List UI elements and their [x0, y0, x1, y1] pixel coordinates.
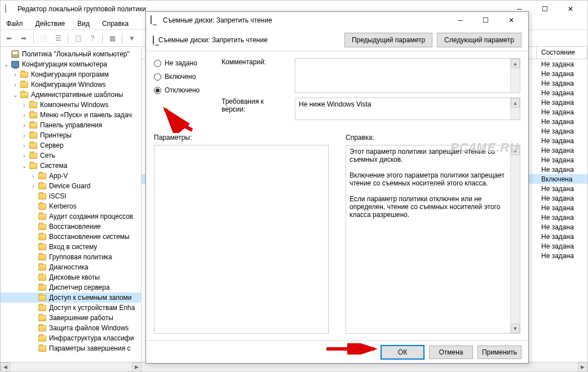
tree-item[interactable]: ›Device Guard: [1, 181, 141, 191]
tree-item[interactable]: Дисковые квоты: [1, 272, 141, 282]
toolbar-up-icon[interactable]: 📄: [37, 32, 50, 45]
main-close-button[interactable]: ✕: [558, 1, 583, 17]
tree-toggle-icon[interactable]: ⌄: [3, 61, 10, 68]
tree-item[interactable]: ›Конфигурация программ: [1, 69, 141, 79]
folder-icon: [29, 141, 38, 149]
tree-item[interactable]: Диспетчер сервера: [1, 282, 141, 293]
dialog-minimize-button[interactable]: ─: [448, 12, 473, 28]
tree-item[interactable]: Защита файлов Windows: [1, 323, 141, 333]
tree-label: Kerberos: [49, 202, 77, 210]
folder-icon: [38, 223, 47, 231]
tree-label: Система: [40, 162, 67, 170]
tree-label: Доступ к съемным запоми: [49, 294, 132, 302]
radio-enabled[interactable]: Включено: [154, 73, 216, 81]
ok-button[interactable]: ОК: [381, 345, 425, 360]
menu-view[interactable]: Вид: [75, 19, 92, 29]
tree-item[interactable]: Доступ к устройствам Enha: [1, 303, 141, 313]
tree-item[interactable]: Вход в систему: [1, 242, 141, 252]
toolbar-export-icon[interactable]: 📋: [72, 32, 84, 45]
folder-icon: [38, 212, 47, 220]
dialog-maximize-button[interactable]: ☐: [473, 12, 498, 28]
tree-toggle-icon[interactable]: ›: [21, 122, 28, 129]
toolbar-filter-icon[interactable]: ▼: [126, 32, 138, 45]
tree-label: Принтеры: [40, 131, 72, 139]
prev-setting-button[interactable]: Предыдущий параметр: [344, 33, 432, 47]
toolbar-forward-icon[interactable]: ➡: [17, 32, 30, 45]
status-value: Не задана: [537, 194, 587, 202]
tree-item[interactable]: ›App-V: [1, 171, 141, 181]
tree-toggle-icon[interactable]: ›: [21, 112, 28, 118]
scroll-right-icon[interactable]: ▶: [132, 362, 142, 372]
dialog-close-button[interactable]: ✕: [498, 12, 524, 28]
tree-label: Конфигурация Windows: [31, 81, 106, 88]
tree-toggle-icon[interactable]: ›: [30, 183, 37, 189]
tree-panel[interactable]: Политика "Локальный компьютер"⌄Конфигура…: [1, 47, 142, 371]
folder-icon: [29, 162, 38, 170]
tree-item[interactable]: ›Панель управления: [1, 120, 141, 130]
tree-item[interactable]: Политика "Локальный компьютер": [1, 49, 141, 59]
state-column-header[interactable]: Состояние: [537, 47, 587, 59]
dialog-icon: [151, 16, 160, 25]
folder-icon: [38, 284, 47, 291]
params-label: Параметры:: [154, 134, 329, 141]
tree-toggle-icon[interactable]: ›: [12, 72, 19, 78]
radio-disabled[interactable]: Отключено: [154, 86, 216, 94]
tree-item[interactable]: Инфраструктура классифи: [1, 333, 141, 343]
dialog-header-label: Съемные диски: Запретить чтение: [158, 36, 340, 44]
tree-item[interactable]: Восстановление: [1, 222, 141, 232]
toolbar-list-icon[interactable]: ☰: [52, 32, 64, 45]
menu-file[interactable]: Файл: [4, 19, 25, 29]
tree-toggle-icon[interactable]: ›: [21, 102, 28, 108]
tree-item[interactable]: iSCSI: [1, 191, 141, 201]
tree-item[interactable]: Групповая политика: [1, 252, 141, 262]
tree-item[interactable]: ›Компоненты Windows: [1, 100, 141, 110]
tree-toggle-icon[interactable]: ⌄: [12, 92, 19, 98]
folder-icon: [38, 273, 47, 281]
comment-textbox[interactable]: ▲: [295, 58, 520, 93]
tree-item[interactable]: ›Конфигурация Windows: [1, 79, 141, 90]
tree-toggle-icon[interactable]: ›: [30, 173, 37, 179]
radio-group: Не задано Включено Отключено: [154, 58, 216, 94]
tree-toggle-icon[interactable]: ›: [21, 153, 28, 159]
status-value: Не задана: [537, 252, 587, 260]
folder-icon: [29, 152, 38, 160]
tree-item[interactable]: Завершение работы: [1, 313, 141, 323]
tree-item[interactable]: Доступ к съемным запоми: [1, 293, 141, 303]
cancel-button[interactable]: Отмена: [429, 346, 473, 359]
tree-item[interactable]: ›Меню «Пуск» и панель задач: [1, 110, 141, 120]
tree-item[interactable]: Kerberos: [1, 201, 141, 211]
gpedit-icon: [5, 5, 14, 14]
apply-button[interactable]: Применить: [478, 346, 521, 359]
tree-label: Административные шаблоны: [31, 91, 123, 99]
tree-item[interactable]: Параметры завершения с: [1, 343, 141, 353]
folder-icon: [38, 253, 47, 261]
tree-item[interactable]: ›Сеть: [1, 150, 141, 161]
toolbar-props-icon[interactable]: ▦: [106, 32, 118, 45]
tree-item[interactable]: ⌄Административные шаблоны: [1, 90, 141, 100]
tree-item[interactable]: ⌄Конфигурация компьютера: [1, 59, 141, 69]
scroll-right-end-icon[interactable]: ▶: [578, 362, 587, 372]
scroll-left-icon[interactable]: ◀: [1, 362, 10, 372]
next-setting-button[interactable]: Следующий параметр: [437, 33, 521, 47]
main-maximize-button[interactable]: ☐: [532, 1, 558, 17]
params-textbox[interactable]: [154, 145, 329, 334]
radio-not-configured[interactable]: Не задано: [154, 59, 216, 67]
tree-toggle-icon[interactable]: ›: [12, 82, 19, 88]
tree-item[interactable]: ⌄Система: [1, 161, 141, 171]
tree-item[interactable]: Диагностика: [1, 262, 141, 272]
tree-label: Конфигурация программ: [31, 70, 109, 78]
tree-toggle-icon[interactable]: ›: [21, 132, 28, 139]
tree-item[interactable]: Аудит создания процессов: [1, 211, 141, 222]
tree-toggle-icon[interactable]: ›: [21, 143, 28, 149]
dialog-title: Съемные диски: Запретить чтение: [163, 16, 448, 24]
toolbar-back-icon[interactable]: ⬅: [3, 32, 15, 45]
radio-icon: [154, 87, 161, 94]
status-value: Не задана: [537, 118, 587, 126]
menu-help[interactable]: Справка: [100, 19, 131, 29]
tree-item[interactable]: ›Принтеры: [1, 130, 141, 140]
tree-item[interactable]: ›Сервер: [1, 140, 141, 150]
menu-action[interactable]: Действие: [33, 19, 68, 29]
toolbar-help-icon[interactable]: ?: [86, 32, 99, 45]
tree-item[interactable]: Восстановление системы: [1, 232, 141, 242]
tree-toggle-icon[interactable]: ⌄: [21, 163, 28, 169]
